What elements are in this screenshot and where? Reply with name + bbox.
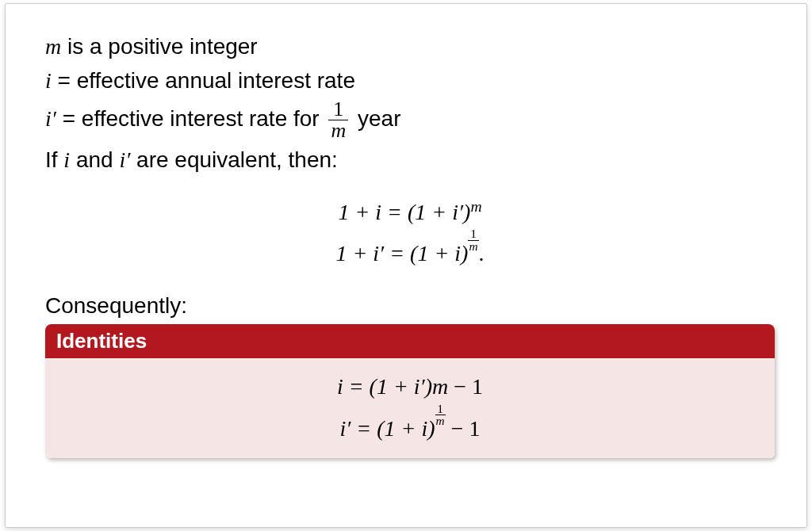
id1-lhs: i = (1 + i′) (337, 374, 432, 399)
identity-2: i′ = (1 + i)1m − 1 (45, 406, 775, 448)
id2-rhs: − 1 (446, 416, 481, 441)
id2-tfrac-den: m (435, 415, 446, 427)
eq2-exponent-frac: 1m (468, 228, 478, 252)
id2-lhs: i′ = (1 + i) (339, 416, 435, 441)
def-line-i: i = effective annual interest rate (45, 65, 775, 96)
def-iprime-text2: year (351, 106, 400, 131)
frac-num: 1 (328, 99, 348, 120)
equation-2: 1 + i′ = (1 + i)1m. (45, 231, 775, 273)
frac-den: m (328, 120, 348, 141)
eq2-end: . (479, 241, 485, 266)
id1-rhs: − 1 (448, 374, 483, 399)
def-i-text: = effective annual interest rate (52, 68, 355, 93)
var-m: m (45, 34, 61, 59)
cond-mid: and (70, 147, 119, 172)
cond-pre: If (45, 147, 63, 172)
def-line-m: m is a positive integer (45, 31, 775, 62)
id1-exponent: m (432, 374, 448, 399)
condition-line: If i and i′ are equivalent, then: (45, 144, 775, 175)
eq1-body: 1 + i = (1 + i′) (338, 200, 470, 224)
eq2-body: 1 + i′ = (1 + i) (335, 241, 468, 266)
def-iprime-text1: = effective interest rate for (56, 106, 326, 131)
eq1-exponent: m (470, 198, 481, 215)
identity-1: i = (1 + i′)m − 1 (45, 368, 775, 406)
var-iprime: i′ (45, 106, 56, 131)
fraction-one-over-m: 1m (328, 99, 348, 141)
def-line-iprime: i′ = effective interest rate for 1m year (45, 99, 775, 141)
def-m-text: is a positive integer (61, 34, 257, 59)
cond-i: i (63, 147, 70, 172)
identities-body: i = (1 + i′)m − 1 i′ = (1 + i)1m − 1 (45, 358, 775, 458)
cond-post: are equivalent, then: (130, 147, 338, 172)
cond-iprime: i′ (119, 147, 130, 172)
consequently-label: Consequently: (45, 290, 775, 321)
id2-exponent-frac: 1m (435, 403, 446, 427)
slide-frame: m is a positive integer i = effective an… (5, 3, 807, 528)
var-i: i (45, 68, 52, 93)
equation-1: 1 + i = (1 + i′)m (45, 193, 775, 231)
eq2-tfrac-den: m (468, 241, 478, 253)
equation-block: 1 + i = (1 + i′)m 1 + i′ = (1 + i)1m. (45, 193, 775, 273)
identities-header: Identities (45, 324, 775, 358)
identities-box: Identities i = (1 + i′)m − 1 i′ = (1 + i… (45, 324, 775, 458)
